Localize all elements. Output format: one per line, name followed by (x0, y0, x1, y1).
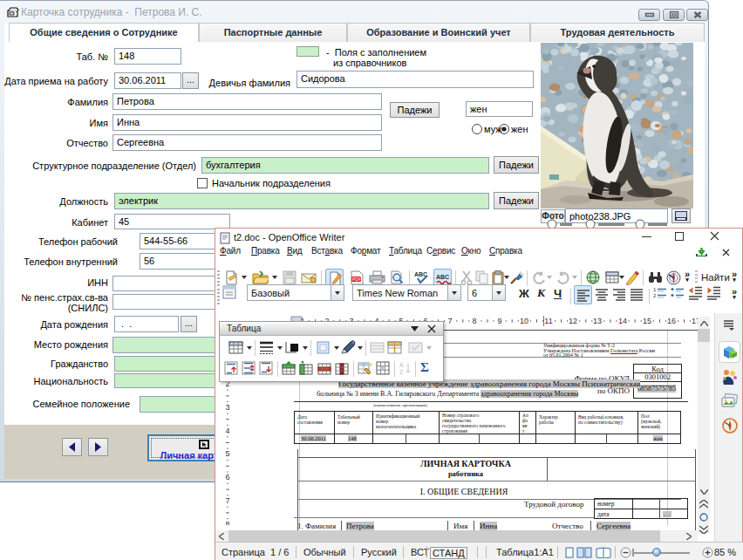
svg-text:3: 3 (225, 403, 229, 412)
svg-text:7: 7 (447, 317, 452, 325)
svg-text:8: 8 (472, 317, 476, 325)
svg-text:12: 12 (569, 317, 577, 325)
svg-text:15: 15 (643, 317, 651, 325)
svg-text:ABC: ABC (436, 274, 449, 280)
svg-text:A: A (399, 362, 404, 368)
svg-text:2: 2 (653, 293, 657, 298)
svg-text:5: 5 (225, 449, 229, 458)
svg-text:9: 9 (497, 317, 501, 325)
svg-text:13: 13 (593, 317, 602, 325)
svg-text:11: 11 (544, 317, 552, 325)
svg-text:10: 10 (520, 317, 528, 325)
svg-text:4: 4 (225, 427, 229, 435)
svg-text:1: 1 (653, 287, 657, 292)
svg-text:14: 14 (618, 317, 627, 325)
svg-text:Z: Z (399, 369, 404, 375)
svg-text:8: 8 (225, 520, 229, 525)
svg-text:7: 7 (225, 496, 229, 505)
svg-text:6: 6 (225, 473, 229, 481)
svg-text:16: 16 (667, 317, 676, 325)
